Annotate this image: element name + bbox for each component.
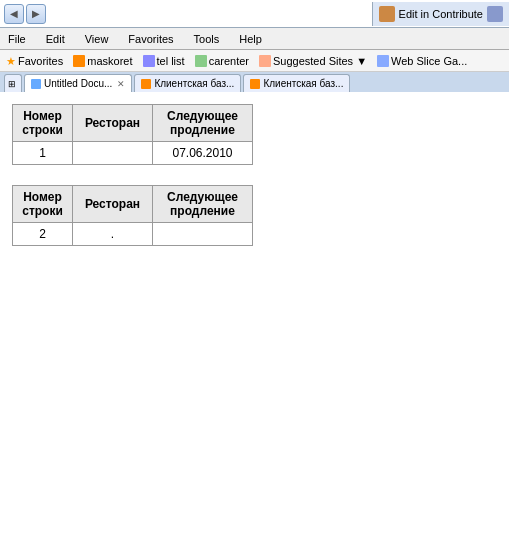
col-header-num-1: Номерстроки <box>13 105 73 142</box>
cell-restaurant <box>73 142 153 165</box>
fav-webslice-label: Web Slice Ga... <box>391 55 467 67</box>
cell-renewal <box>153 223 253 246</box>
col-header-num-2: Номерстроки <box>13 186 73 223</box>
menu-edit[interactable]: Edit <box>42 31 69 47</box>
col-header-next-2: Следующеепродление <box>153 186 253 223</box>
fav-webslice[interactable]: Web Slice Ga... <box>377 55 467 67</box>
fav-suggested[interactable]: Suggested Sites ▼ <box>259 55 367 67</box>
menu-view[interactable]: View <box>81 31 113 47</box>
col-header-rest-1: Ресторан <box>73 105 153 142</box>
tab-icon-untitled <box>31 79 41 89</box>
fav-carenter[interactable]: carenter <box>195 55 249 67</box>
menu-favorites[interactable]: Favorites <box>124 31 177 47</box>
table-row: 1 07.06.2010 <box>13 142 253 165</box>
favorites-label: Favorites <box>18 55 63 67</box>
contribute-toolbar: Edit in Contribute <box>372 2 509 26</box>
menu-bar: File Edit View Favorites Tools Help <box>0 28 509 50</box>
fav-maskoret-label: maskoret <box>87 55 132 67</box>
favorites-button[interactable]: ★ Favorites <box>6 55 63 67</box>
tab-klient1[interactable]: Клиентская баз... <box>134 74 241 92</box>
table-2-header-row: Номерстроки Ресторан Следующеепродление <box>13 186 253 223</box>
tab-klient2[interactable]: Клиентская баз... <box>243 74 350 92</box>
contribute-icon <box>379 6 395 22</box>
table-row: 2 . <box>13 223 253 246</box>
fav-tellist-label: tel list <box>157 55 185 67</box>
fav-carenter-label: carenter <box>209 55 249 67</box>
table-2: Номерстроки Ресторан Следующеепродление … <box>12 185 253 246</box>
contribute-extra-icon <box>487 6 503 22</box>
tab-klient2-label: Клиентская баз... <box>263 78 343 89</box>
tab-klient1-label: Клиентская баз... <box>154 78 234 89</box>
top-chrome-row: ◀ ▶ Edit in Contribute <box>0 0 509 28</box>
table-1-header-row: Номерстроки Ресторан Следующеепродление <box>13 105 253 142</box>
fav-suggested-label: Suggested Sites ▼ <box>273 55 367 67</box>
menu-help[interactable]: Help <box>235 31 266 47</box>
cell-renewal: 07.06.2010 <box>153 142 253 165</box>
tab-icon-klient1 <box>141 79 151 89</box>
tab-icon-klient2 <box>250 79 260 89</box>
table-1: Номерстроки Ресторан Следующеепродление … <box>12 104 253 165</box>
tab-strip: ⊞ Untitled Docu... ✕ Клиентская баз... К… <box>0 72 509 94</box>
tab-untitled[interactable]: Untitled Docu... ✕ <box>24 74 132 92</box>
col-header-next-1: Следующеепродление <box>153 105 253 142</box>
forward-button[interactable]: ▶ <box>26 4 46 24</box>
cell-restaurant: . <box>73 223 153 246</box>
maskoret-icon <box>73 55 85 67</box>
cell-num: 2 <box>13 223 73 246</box>
tab-untitled-label: Untitled Docu... <box>44 78 112 89</box>
webslice-icon <box>377 55 389 67</box>
nav-buttons: ◀ ▶ <box>4 4 46 24</box>
star-icon: ★ <box>6 55 16 67</box>
grid-icon: ⊞ <box>8 79 16 89</box>
menu-tools[interactable]: Tools <box>190 31 224 47</box>
tellist-icon <box>143 55 155 67</box>
suggested-icon <box>259 55 271 67</box>
fav-tellist[interactable]: tel list <box>143 55 185 67</box>
browser-window: ◀ ▶ Edit in Contribute File Edit View Fa… <box>0 0 509 537</box>
carenter-icon <box>195 55 207 67</box>
col-header-rest-2: Ресторан <box>73 186 153 223</box>
fav-maskoret[interactable]: maskoret <box>73 55 132 67</box>
favorites-bar: ★ Favorites maskoret tel list carenter S… <box>0 50 509 72</box>
cell-num: 1 <box>13 142 73 165</box>
back-button[interactable]: ◀ <box>4 4 24 24</box>
main-content: Номерстроки Ресторан Следующеепродление … <box>0 94 509 537</box>
menu-file[interactable]: File <box>4 31 30 47</box>
tab-close-untitled[interactable]: ✕ <box>117 79 125 89</box>
contribute-label[interactable]: Edit in Contribute <box>399 8 483 20</box>
tab-grid-square[interactable]: ⊞ <box>4 74 22 92</box>
